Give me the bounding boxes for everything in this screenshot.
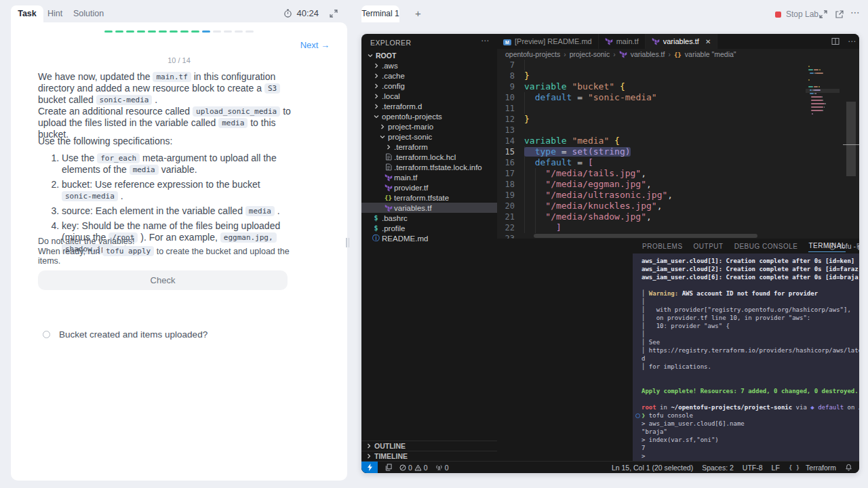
code-line-16[interactable]: 16 default = [ — [497, 157, 859, 168]
code-line-10[interactable]: 10 default = "sonic-media" — [497, 92, 859, 103]
explorer-item--profile[interactable]: $.profile — [361, 223, 497, 233]
remote-indicator[interactable] — [361, 462, 378, 474]
panel-tab-debug-console[interactable]: DEBUG CONSOLE — [734, 241, 798, 252]
code-line-9[interactable]: 9variable "bucket" { — [497, 81, 859, 92]
terminal-1-tab[interactable]: Terminal 1 — [361, 5, 399, 22]
file-icon — [384, 163, 393, 171]
breadcrumb[interactable]: opentofu-projects›project-sonic›variable… — [497, 49, 859, 60]
explorer-item--config[interactable]: .config — [361, 81, 497, 91]
explorer-item-terraform-tfstate[interactable]: {}terraform.tfstate — [361, 192, 497, 203]
code-line-11[interactable]: 11 — [497, 103, 859, 114]
encoding[interactable]: UTF-8 — [743, 464, 763, 472]
explorer-item--local[interactable]: .local — [361, 91, 497, 101]
file-icon — [384, 153, 393, 161]
code-line-22[interactable]: 22 ] — [497, 222, 859, 233]
eol[interactable]: LF — [772, 464, 780, 472]
check-button[interactable]: Check — [38, 270, 288, 290]
panel-tab-output[interactable]: OUTPUT — [694, 241, 724, 252]
terminal-line: > index(var.sf,"oni") — [642, 436, 859, 444]
more-options-icon[interactable]: ⋯ — [850, 7, 860, 18]
breadcrumb-item[interactable]: project-sonic — [570, 50, 610, 58]
split-editor-icon[interactable] — [831, 37, 840, 45]
code-line-13[interactable]: 13 — [497, 125, 859, 136]
explorer-item--terraform-lock-hcl[interactable]: .terraform.lock.hcl — [361, 152, 497, 162]
outline-section[interactable]: OUTLINE — [361, 441, 497, 451]
open-external-icon[interactable] — [835, 10, 844, 18]
fullscreen-icon[interactable] — [819, 10, 827, 18]
spec-item: source: Each element in the variable cal… — [62, 205, 293, 217]
explorer-item--terraform-tfstate-lock-info[interactable]: .terraform.tfstate.lock.info — [361, 162, 497, 172]
language-mode[interactable]: { } Terraform — [789, 464, 836, 472]
explorer-item-root[interactable]: ROOT — [361, 50, 497, 60]
breadcrumb-item[interactable]: variable "media" — [685, 50, 736, 58]
terminal-line — [642, 281, 859, 289]
ports-status[interactable]: 0 — [435, 464, 449, 472]
shell-badge[interactable]: tofu - project-sonic — [829, 242, 859, 250]
explorer-item--bashrc[interactable]: $.bashrc — [361, 213, 497, 223]
explorer-item--terraform-d[interactable]: .terraform.d — [361, 101, 497, 111]
code-line-17[interactable]: 17 "/media/tails.jpg", — [497, 168, 859, 179]
explorer-item-main-tf[interactable]: main.tf — [361, 172, 497, 182]
explorer-item--terraform[interactable]: .terraform — [361, 142, 497, 152]
panel-tab-problems[interactable]: PROBLEMS — [642, 241, 683, 252]
copy-status-icon[interactable] — [385, 464, 392, 471]
panel-resize-handle[interactable] — [346, 238, 350, 247]
code-line-18[interactable]: 18 "/media/eggman.jpg", — [497, 179, 859, 190]
problems-status[interactable]: 0 0 — [399, 464, 428, 472]
code-line-20[interactable]: 20 "/media/knuckles.jpg", — [497, 201, 859, 211]
progress-segment — [126, 30, 134, 33]
tab-hint[interactable]: Hint — [47, 5, 62, 22]
shell-icon: $ — [372, 224, 380, 232]
notifications-bell-icon[interactable] — [845, 464, 852, 471]
minimap[interactable] — [806, 60, 840, 151]
editor-tab-variables-tf[interactable]: variables.tf✕ — [646, 34, 718, 49]
explorer-item-opentofu-projects[interactable]: opentofu-projects — [361, 111, 497, 121]
close-tab-icon[interactable]: ✕ — [705, 38, 711, 45]
editor-hscrollbar[interactable] — [534, 234, 757, 238]
code-line-15[interactable]: 15 type = set(string) — [497, 146, 859, 157]
explorer-more-icon[interactable]: ⋯ — [481, 36, 489, 45]
chevron-down-icon — [366, 52, 374, 59]
explorer-item-readme-md[interactable]: ⓘREADME.md — [361, 233, 497, 243]
editor-tab--preview-readme-md[interactable]: M[Preview] README.md — [497, 34, 599, 49]
progress-segment — [235, 30, 243, 33]
tab-task[interactable]: Task — [11, 5, 43, 22]
code-line-19[interactable]: 19 "/media/ultrasonic.jpg", — [497, 190, 859, 201]
breadcrumb-item[interactable]: opentofu-projects — [505, 50, 560, 58]
explorer-item--aws[interactable]: .aws — [361, 60, 497, 70]
cursor-position[interactable]: Ln 15, Col 1 (20 selected) — [612, 464, 693, 472]
progress-segment — [104, 30, 113, 33]
stop-lab-button[interactable]: Stop Lab — [775, 9, 818, 19]
code-line-7[interactable]: 7 — [497, 60, 859, 70]
chevron-right-icon — [372, 62, 380, 69]
indentation[interactable]: Spaces: 2 — [702, 464, 734, 472]
checklist-item[interactable]: Bucket created and items uploaded? — [43, 329, 208, 340]
chevron-right-icon — [384, 144, 393, 150]
add-terminal-button[interactable]: + — [415, 7, 421, 19]
next-step-link[interactable]: Next → — [300, 40, 330, 50]
explorer-item--cache[interactable]: .cache — [361, 70, 497, 81]
explorer-item-provider-tf[interactable]: provider.tf — [361, 182, 497, 192]
chevron-right-icon — [372, 93, 380, 100]
line-number: 9 — [497, 81, 524, 92]
explorer-item-label: .cache — [382, 72, 405, 80]
expand-panel-icon[interactable] — [330, 9, 338, 18]
code-line-12[interactable]: 12} — [497, 114, 859, 125]
progress-segment — [137, 30, 145, 33]
editor-more-icon[interactable]: ⋯ — [848, 37, 856, 46]
editor-scrollbar[interactable] — [846, 102, 856, 176]
code-editor[interactable]: 78}9variable "bucket" {10 default = "son… — [497, 60, 859, 239]
breadcrumb-item[interactable]: variables.tf — [631, 50, 665, 58]
explorer-item-project-mario[interactable]: project-mario — [361, 121, 497, 131]
timeline-section[interactable]: TIMELINE — [361, 451, 497, 461]
tab-solution[interactable]: Solution — [73, 5, 104, 22]
code-line-8[interactable]: 8} — [497, 70, 859, 81]
code-line-21[interactable]: 21 "/media/shadow.jpg", — [497, 211, 859, 222]
terminal[interactable]: aws_iam_user.cloud[1]: Creation complete… — [633, 253, 859, 461]
code-line-14[interactable]: 14variable "media" { — [497, 136, 859, 146]
line-number: 10 — [497, 92, 524, 103]
editor-tab-main-tf[interactable]: main.tf — [599, 34, 646, 49]
explorer-item-variables-tf[interactable]: variables.tf — [361, 203, 497, 213]
explorer-item-project-sonic[interactable]: project-sonic — [361, 131, 497, 142]
chevron-right-icon — [372, 73, 380, 79]
